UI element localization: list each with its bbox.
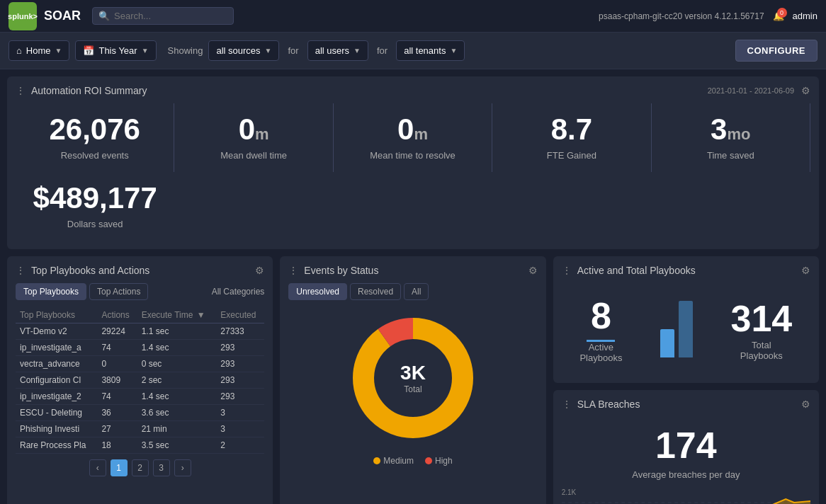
chevron-down-icon: ▼	[450, 47, 457, 55]
top-playbooks-header: ⋮ Top Playbooks and Actions ⚙	[16, 265, 264, 276]
roi-dwell-time: 0m Mean dwell time	[174, 103, 333, 172]
filter-resolved[interactable]: Resolved	[350, 283, 401, 300]
donut-chart: 3K Total	[342, 307, 484, 449]
search-bar[interactable]: 🔍	[92, 7, 234, 25]
medium-dot	[373, 457, 380, 464]
filter-unresolved[interactable]: Unresolved	[288, 283, 347, 300]
roi-resolve-label: Mean time to resolve	[339, 150, 486, 161]
playbook-actions: 29224	[97, 323, 137, 340]
sources-dropdown[interactable]: all sources ▼	[208, 40, 279, 61]
main-content: ⋮ Automation ROI Summary 2021-01-01 - 20…	[0, 69, 826, 504]
roi-summary-card: ⋮ Automation ROI Summary 2021-01-01 - 20…	[7, 76, 819, 249]
playbook-name: ESCU - Deleting	[16, 405, 97, 421]
playbook-executed: 2	[216, 437, 264, 454]
home-icon: ⌂	[16, 45, 22, 56]
playbook-actions: 27	[97, 421, 137, 437]
playbook-exec-time: 2 sec	[137, 372, 217, 389]
server-info: psaas-cpham-git-cc20 version 4.12.1.5671…	[599, 11, 764, 21]
search-icon: 🔍	[98, 11, 110, 21]
table-row: Phishing Investi 27 21 min 3	[16, 421, 264, 437]
gear-icon[interactable]: ⚙	[801, 85, 810, 96]
chevron-down-icon: ▼	[142, 47, 149, 55]
roi-fte-label: FTE Gained	[498, 150, 645, 161]
active-count: 8 ActivePlaybooks	[579, 294, 622, 363]
page-1-button[interactable]: 1	[111, 459, 128, 476]
playbook-executed: 3	[216, 421, 264, 437]
donut-center: 3K Total	[400, 362, 426, 394]
tenants-dropdown[interactable]: all tenants ▼	[396, 40, 465, 61]
medium-label: Medium	[383, 456, 414, 466]
events-title: Events by Status	[304, 265, 378, 276]
roi-dwell-value: 0m	[180, 115, 327, 144]
gear-icon[interactable]: ⚙	[801, 399, 810, 410]
prev-page-button[interactable]: ‹	[89, 459, 106, 476]
playbook-name: Rare Process Pla	[16, 437, 97, 454]
next-page-button[interactable]: ›	[174, 459, 191, 476]
for-label: for	[288, 45, 298, 56]
high-label: High	[435, 456, 453, 466]
roi-dollars-value: $489,177	[21, 183, 169, 213]
roi-card-header: ⋮ Automation ROI Summary 2021-01-01 - 20…	[16, 85, 810, 96]
playbook-actions: 36	[97, 405, 137, 421]
roi-time-saved: 3mo Time saved	[652, 103, 810, 172]
roi-fte: 8.7 FTE Gained	[492, 103, 651, 172]
logo: splunk>	[9, 2, 37, 30]
showing-label: Showing	[168, 45, 203, 56]
gear-icon[interactable]: ⚙	[255, 265, 264, 276]
sla-value: 174	[562, 417, 810, 469]
filter-top-actions[interactable]: Top Actions	[89, 283, 148, 300]
filter-row: Top Playbooks Top Actions All Categories	[16, 283, 264, 300]
users-dropdown[interactable]: all users ▼	[307, 40, 368, 61]
grid-icon: ⋮	[562, 399, 572, 410]
header: splunk> SOAR 🔍 psaas-cpham-git-cc20 vers…	[0, 0, 826, 33]
playbook-filter-group: Top Playbooks Top Actions	[16, 283, 148, 300]
toolbar: ⌂ Home ▼ 📅 This Year ▼ Showing all sourc…	[0, 33, 826, 69]
playbook-executed: 27333	[216, 323, 264, 340]
active-playbooks-title: Active and Total Playbooks	[577, 265, 696, 276]
page-3-button[interactable]: 3	[153, 459, 170, 476]
sla-chart: 2.1K 1K	[562, 488, 810, 504]
donut-chart-container: 3K Total Medium High	[288, 307, 537, 466]
app-title: SOAR	[44, 8, 81, 23]
home-dropdown[interactable]: ⌂ Home ▼	[9, 40, 69, 61]
sort-icon: ▼	[197, 310, 205, 320]
playbook-exec-time: 3.6 sec	[137, 405, 217, 421]
playbook-name: ip_investigate_2	[16, 389, 97, 405]
table-row: ESCU - Deleting 36 3.6 sec 3	[16, 405, 264, 421]
total-count: 314 TotalPlaybooks	[730, 297, 792, 361]
admin-label: admin	[793, 11, 817, 21]
grid-icon: ⋮	[16, 265, 26, 276]
col-executed: Executed	[216, 307, 264, 323]
gear-icon[interactable]: ⚙	[801, 265, 810, 276]
playbook-name: Configuration Cl	[16, 372, 97, 389]
configure-button[interactable]: CONFIGURE	[735, 40, 818, 62]
filter-all[interactable]: All	[404, 283, 429, 300]
playbook-exec-time: 1.4 sec	[137, 389, 217, 405]
total-label: TotalPlaybooks	[730, 340, 792, 361]
active-playbooks-header: ⋮ Active and Total Playbooks ⚙	[562, 265, 810, 276]
playbooks-stats: 8 ActivePlaybooks 314 TotalPlaybooks	[562, 283, 810, 374]
bell-badge: 0	[777, 8, 787, 18]
playbook-name: VT-Demo v2	[16, 323, 97, 340]
legend-high: High	[425, 456, 453, 466]
gear-icon[interactable]: ⚙	[528, 265, 538, 276]
playbook-actions: 3809	[97, 372, 137, 389]
active-bar	[660, 329, 674, 357]
filter-top-playbooks[interactable]: Top Playbooks	[16, 283, 86, 300]
date-range-dropdown[interactable]: 📅 This Year ▼	[75, 40, 156, 61]
playbook-actions: 74	[97, 389, 137, 405]
col-name: Top Playbooks	[16, 307, 97, 323]
total-value: 314	[730, 297, 792, 340]
search-input[interactable]	[114, 11, 227, 21]
calendar-icon: 📅	[83, 45, 94, 56]
playbook-actions: 18	[97, 437, 137, 454]
sla-label: Average breaches per day	[562, 469, 810, 480]
roi-resolved-value: 26,076	[21, 115, 168, 144]
playbook-executed: 293	[216, 356, 264, 372]
playbook-exec-time: 1.4 sec	[137, 340, 217, 356]
playbook-executed: 293	[216, 340, 264, 356]
page-2-button[interactable]: 2	[132, 459, 149, 476]
notifications-bell[interactable]: 🔔 0	[773, 11, 784, 21]
legend-medium: Medium	[373, 456, 414, 466]
grid-icon: ⋮	[562, 265, 572, 276]
